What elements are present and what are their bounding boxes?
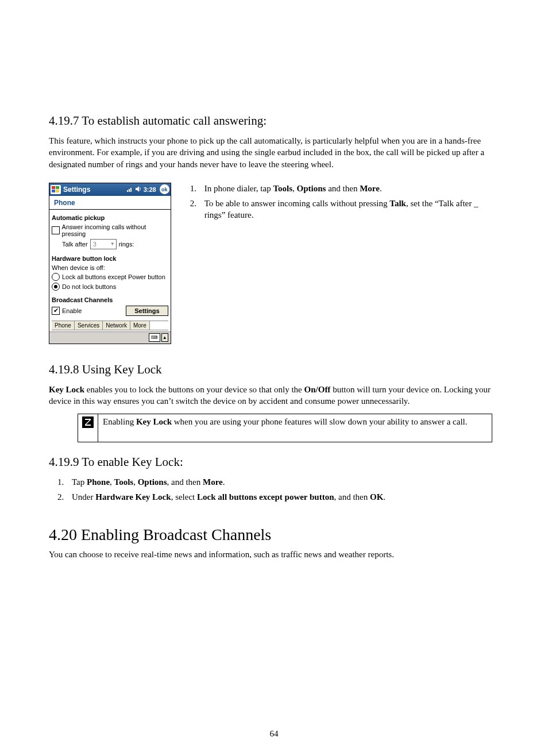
heading-4-19-9: 4.19.9 To enable Key Lock: (49, 455, 499, 469)
ok-button[interactable]: ok (160, 184, 169, 194)
steps-4-19-9: Tap Phone, Tools, Options, and then More… (49, 476, 499, 503)
note-box: Enabling Key Lock when you are using you… (78, 414, 492, 442)
talk-after-label: Talk after (62, 241, 88, 248)
tab-more[interactable]: More (130, 321, 150, 330)
screenshot-title: Settings (63, 186, 126, 194)
svg-rect-3 (56, 190, 59, 192)
speaker-icon (135, 186, 142, 194)
heading-4-19-8: 4.19.8 Using Key Lock (49, 362, 499, 377)
settings-button[interactable]: Settings (126, 306, 168, 316)
tab-blank (150, 321, 168, 330)
up-arrow-icon[interactable]: ▲ (161, 333, 168, 342)
step-2-4199: Under Hardware Key Lock, select Lock all… (66, 491, 499, 503)
screenshot-subhead: Phone (49, 196, 171, 210)
lock-all-label: Lock all buttons except Power button (62, 273, 165, 280)
heading-4-19-7: 4.19.7 To establish automatic call answe… (49, 114, 499, 128)
svg-rect-0 (52, 186, 55, 189)
rings-select[interactable]: 3 ▼ (90, 239, 117, 249)
note-icon-cell (78, 414, 98, 442)
svg-rect-1 (56, 186, 59, 189)
signal-icon (126, 186, 133, 194)
rings-value: 3 (93, 241, 97, 248)
start-flag-icon (51, 185, 61, 194)
no-lock-radio[interactable] (52, 283, 60, 291)
lock-all-radio[interactable] (52, 273, 60, 281)
tabs: Phone Services Network More (52, 321, 168, 330)
tab-services[interactable]: Services (75, 321, 103, 330)
note-text: Enabling Key Lock when you are using you… (98, 414, 492, 442)
enable-label: Enable (62, 307, 82, 314)
answer-label: Answer incoming calls without pressing (62, 223, 168, 237)
chevron-down-icon: ▼ (110, 241, 115, 246)
step-2: To be able to answer incoming calls with… (199, 198, 499, 221)
para-4-20: You can choose to receive real-time news… (49, 549, 499, 560)
screenshot-titlebar: Settings 3:28 ok (49, 183, 171, 196)
clock-time: 3:28 (144, 186, 156, 193)
no-lock-label: Do not lock buttons (62, 283, 116, 290)
when-off-label: When device is off: (52, 264, 168, 271)
hardware-lock-label: Hardware button lock (52, 255, 168, 262)
heading-4-20: 4.20 Enabling Broadcast Channels (49, 526, 499, 544)
para-4-19-8: Key Lock enables you to lock the buttons… (49, 384, 499, 407)
screenshot-footer: ⌨ ▲ (49, 331, 171, 344)
note-icon (82, 416, 94, 428)
svg-rect-2 (52, 190, 55, 192)
rings-label: rings: (119, 241, 134, 248)
step-1-4199: Tap Phone, Tools, Options, and then More… (66, 476, 499, 488)
automatic-pickup-label: Automatic pickup (52, 214, 168, 221)
phone-settings-screenshot: Settings 3:28 ok Phone Automatic pickup (49, 183, 171, 344)
step-1: In phone dialer, tap Tools, Options and … (199, 183, 499, 194)
broadcast-channels-label: Broadcast Channels (52, 296, 168, 303)
tab-network[interactable]: Network (103, 321, 130, 330)
keyboard-icon[interactable]: ⌨ (149, 333, 160, 342)
answer-checkbox[interactable] (52, 226, 60, 234)
tab-phone[interactable]: Phone (52, 321, 75, 330)
enable-checkbox[interactable]: ✔ (52, 307, 60, 315)
steps-4-19-7: In phone dialer, tap Tools, Options and … (182, 183, 499, 344)
page-number: 64 (0, 729, 548, 739)
para-4-19-7: This feature, which instructs your phone… (49, 135, 499, 170)
